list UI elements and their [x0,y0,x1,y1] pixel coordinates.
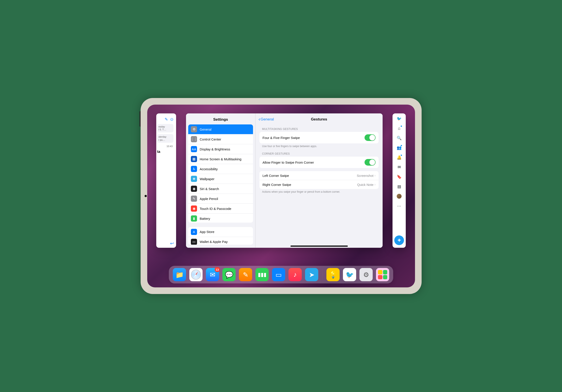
sidebar-item-general[interactable]: ⚙General [188,124,253,134]
settings-row-icon: AA [191,146,197,152]
home-icon[interactable]: ⌂ [397,126,402,131]
note-date: esday [158,125,172,128]
sidebar-group-2: AApp Store▭Wallet & Apple Pay [188,227,253,245]
note-date: sterday [158,135,172,138]
sidebar-item-home-screen-multitasking[interactable]: ▦Home Screen & Multitasking [188,154,253,164]
bookmarks-icon[interactable]: 🔖 [397,174,402,179]
cell-group: Allow Finger to Swipe From Corner [259,157,379,168]
sidebar-item-siri-search[interactable]: ◉Siri & Search [188,184,253,194]
profile-avatar[interactable] [397,194,402,199]
dock-app-settings[interactable]: ⚙︎ [360,268,373,281]
note-row[interactable]: sterday r pu… [157,134,174,143]
twitter-logo-icon[interactable]: 🐦 [397,116,402,121]
detail-header: ‹ General Gestures [256,113,383,125]
sidebar-item-apple-pencil[interactable]: ✎Apple Pencil [188,194,253,204]
app-card-left[interactable]: ✎ ⊙ esday l 5. T… sterday r pu… 10:43 ta… [156,113,176,248]
dock: 📁 ✉︎13 💬 ✎ ▮▮▮ ▭ ♪ ➤ 💡 🐦 ⚙︎ [169,266,393,283]
reply-icon[interactable]: ↩︎ [170,241,174,246]
section-header: MULTITASKING GESTURES [256,125,383,132]
mail-badge: 13 [215,267,220,272]
sidebar-item-label: Accessibility [200,167,218,171]
sidebar-item-display-brightness[interactable]: AADisplay & Brightness [188,144,253,154]
lists-icon[interactable]: ▤ [397,184,402,189]
cell-label: Left Corner Swipe [262,174,289,178]
compose-icon[interactable]: ✎ [165,117,168,122]
messages-icon[interactable]: ✉︎ [397,165,402,170]
page-title: Gestures [311,117,327,122]
sidebar-item-app-store[interactable]: AApp Store [188,227,253,237]
dock-app-folder[interactable] [376,268,389,281]
dock-app-telegram[interactable]: ➤ [305,268,318,281]
sidebar-item-label: App Store [200,230,214,234]
settings-row-icon: ⚙ [191,126,197,132]
app-card-settings[interactable]: Settings ⚙General⋮⋮Control CenterAADispl… [186,113,383,248]
cell-left-corner-swipe[interactable]: Left Corner Swipe Screenshot › [259,171,379,180]
app-switcher[interactable]: ✎ ⊙ esday l 5. T… sterday r pu… 10:43 ta… [147,105,415,287]
cell-allow-corner-swipe[interactable]: Allow Finger to Swipe From Corner [259,157,379,168]
settings-row-icon: ✎ [191,196,197,202]
dock-app-files[interactable]: 📁 [173,268,186,281]
dock-divider [322,269,322,280]
dock-app-mail[interactable]: ✉︎13 [206,268,219,281]
section-footer: Actions when you swipe your finger or pe… [256,189,383,196]
settings-sidebar: Settings ⚙General⋮⋮Control CenterAADispl… [186,113,256,248]
dock-app-keynote[interactable]: ▭ [272,268,285,281]
note-row[interactable]: esday l 5. T… [157,124,174,132]
dock-app-twitter[interactable]: 🐦 [343,268,356,281]
sidebar-group-1: ⚙General⋮⋮Control CenterAADisplay & Brig… [188,124,253,223]
dock-app-numbers[interactable]: ▮▮▮ [256,268,269,281]
app-card-twitter[interactable]: 🐦 ⌂ 🔍 👥 🔔 ✉︎ 🔖 ▤ ⋯ ✚ [393,113,406,248]
settings-row-icon: ▦ [191,156,197,162]
notifications-icon[interactable]: 🔔 [397,155,402,160]
settings-row-icon: ▭ [191,239,197,245]
more-icon[interactable]: ⋯ [397,203,402,209]
sidebar-item-wallet-apple-pay[interactable]: ▭Wallet & Apple Pay [188,237,253,245]
ipad-frame: ✎ ⊙ esday l 5. T… sterday r pu… 10:43 ta… [140,98,422,294]
sidebar-item-label: Display & Brightness [200,147,230,151]
back-button[interactable]: ‹ General [258,116,274,122]
home-indicator[interactable] [291,246,348,247]
sidebar-item-battery[interactable]: ▮Battery [188,214,253,223]
dock-app-tips[interactable]: 💡 [326,268,340,281]
settings-row-icon: ◉ [191,205,197,212]
note-preview: l 5. T… [158,128,172,131]
cell-four-five-swipe[interactable]: Four & Five Finger Swipe [259,132,379,143]
sidebar-item-label: Home Screen & Multitasking [200,157,241,161]
cell-label: Right Corner Swipe [262,183,291,187]
dock-app-messages[interactable]: 💬 [222,268,236,281]
search-icon[interactable]: 🔍 [397,135,402,141]
cell-right-corner-swipe[interactable]: Right Corner Swipe Quick Note › [259,180,379,189]
more-icon[interactable]: ⊙ [170,117,174,122]
back-label: General [260,117,274,122]
sidebar-item-label: Wallet & Apple Pay [200,240,228,244]
screen: ✎ ⊙ esday l 5. T… sterday r pu… 10:43 ta… [147,105,415,287]
sidebar-item-label: Control Center [200,137,221,141]
dock-app-music[interactable]: ♪ [289,268,302,281]
sidebar-item-label: Battery [200,217,210,220]
section-footer: Use four or five fingers to swipe betwee… [256,143,383,150]
notification-dot [401,145,402,146]
sidebar-item-accessibility[interactable]: ♿︎Accessibility [188,164,253,174]
settings-row-icon: ⋮⋮ [191,136,197,142]
settings-row-icon: A [191,229,197,235]
sidebar-item-label: Touch ID & Passcode [200,207,231,211]
safari-icon [191,269,201,280]
compose-tweet-button[interactable]: ✚ [394,235,404,245]
settings-detail: ‹ General Gestures MULTITASKING GESTURES… [256,113,383,248]
cell-label: Allow Finger to Swipe From Corner [262,161,314,164]
toggle-allow-corner-swipe[interactable] [364,159,375,166]
sidebar-item-control-center[interactable]: ⋮⋮Control Center [188,134,253,144]
dock-app-pages[interactable]: ✎ [239,268,252,281]
sidebar-item-label: Siri & Search [200,187,219,191]
chevron-right-icon: › [375,183,375,187]
sidebar-item-touch-id-passcode[interactable]: ◉Touch ID & Passcode [188,204,253,214]
settings-row-icon: ♿︎ [191,166,197,172]
sidebar-item-wallpaper[interactable]: ❀Wallpaper [188,174,253,184]
communities-icon[interactable]: 👥 [397,145,402,150]
sidebar-title: Settings [186,113,255,124]
toggle-four-five-swipe[interactable] [364,134,375,141]
note-time: 10:43 [156,144,174,149]
dock-app-safari[interactable] [189,268,202,281]
cell-value: Quick Note [357,183,373,187]
front-camera [145,195,147,197]
